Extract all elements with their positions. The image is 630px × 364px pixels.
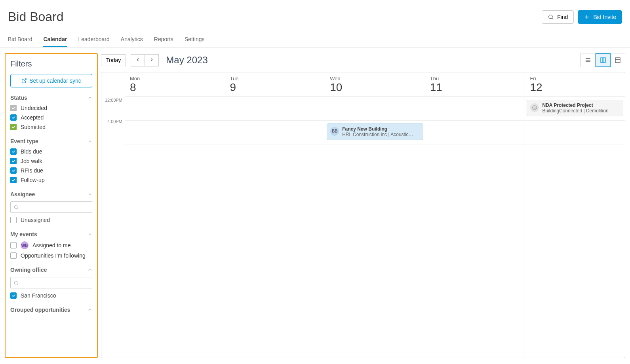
- filter-section-owning-office[interactable]: Owning office: [10, 267, 92, 273]
- following-label: Opportunities I'm following: [21, 252, 86, 259]
- tab-analytics[interactable]: Analytics: [121, 32, 143, 47]
- event-title: Fancy New Building: [342, 126, 420, 132]
- filters-title: Filters: [10, 59, 92, 68]
- checkbox-san-francisco[interactable]: San Francisco: [10, 292, 92, 299]
- day-name: Fri: [530, 76, 620, 82]
- checkbox-bids-due[interactable]: Bids due: [10, 148, 92, 155]
- checkbox-opportunities-following[interactable]: Opportunities I'm following: [10, 252, 92, 259]
- day-num: 8: [130, 82, 220, 94]
- status-label: Accepted: [21, 114, 44, 121]
- assigned-to-me-label: Assigned to me: [32, 242, 71, 248]
- chevron-right-icon: [149, 57, 154, 63]
- page-title: Bid Board: [8, 9, 64, 24]
- svg-rect-3: [601, 58, 605, 63]
- search-icon: [13, 280, 19, 285]
- svg-point-2: [14, 281, 17, 284]
- filters-panel: Filters Set up calendar sync Status Unde…: [5, 53, 98, 358]
- day-name: Thu: [430, 76, 520, 82]
- avatar: WB: [21, 241, 29, 249]
- day-col-tue[interactable]: Tue 9: [225, 72, 325, 358]
- filter-section-assignee[interactable]: Assignee: [10, 191, 92, 197]
- plus-icon: [584, 14, 590, 20]
- chevron-up-icon: [88, 95, 92, 100]
- grouped-title: Grouped opportunities: [10, 307, 70, 313]
- filter-section-my-events[interactable]: My events: [10, 231, 92, 237]
- status-label: Undecided: [21, 105, 47, 111]
- my-events-title: My events: [10, 231, 37, 237]
- time-label: 12:00PM: [101, 98, 125, 119]
- event-type-label: Job walk: [21, 158, 42, 164]
- day-name: Mon: [130, 76, 220, 82]
- status-title: Status: [10, 95, 27, 101]
- checkbox-submitted[interactable]: Submitted: [10, 124, 92, 130]
- day-num: 12: [530, 82, 620, 94]
- tab-leaderboard[interactable]: Leaderboard: [78, 32, 109, 47]
- event-subtitle: BuildingConnected | Demolition: [542, 108, 620, 114]
- event-subtitle: HRL Construction inc | Acoustic…: [342, 132, 420, 137]
- day-num: 11: [430, 82, 520, 94]
- next-button[interactable]: [145, 54, 159, 66]
- tab-settings[interactable]: Settings: [185, 32, 205, 47]
- chevron-up-icon: [88, 139, 92, 144]
- event-type-label: RFIs due: [21, 167, 43, 174]
- day-col-wed[interactable]: Wed 10 BB Fancy New Building HRL Constru…: [325, 72, 425, 358]
- checkbox-job-walk[interactable]: Job walk: [10, 158, 92, 164]
- event-title: NDA Protected Project: [542, 102, 620, 108]
- filter-section-event-type[interactable]: Event type: [10, 138, 92, 144]
- bid-invite-button[interactable]: Bid Invite: [578, 10, 622, 24]
- tab-bar: Bid Board Calendar Leaderboard Analytics…: [0, 32, 630, 47]
- chevron-up-icon: [88, 192, 92, 197]
- find-button[interactable]: Find: [542, 10, 574, 24]
- assignee-title: Assignee: [10, 191, 35, 197]
- lock-icon: [530, 103, 539, 112]
- event-nda-protected[interactable]: NDA Protected Project BuildingConnected …: [527, 100, 623, 116]
- chevron-up-icon: [88, 307, 92, 312]
- event-fancy-new-building[interactable]: BB Fancy New Building HRL Construction i…: [327, 123, 423, 140]
- tab-reports[interactable]: Reports: [154, 32, 173, 47]
- chevron-up-icon: [88, 267, 92, 272]
- unassigned-label: Unassigned: [21, 217, 50, 223]
- time-column: 12:00PM 4:00PM: [101, 72, 125, 358]
- filter-section-grouped[interactable]: Grouped opportunities: [10, 307, 92, 313]
- svg-point-5: [533, 106, 537, 110]
- checkbox-unassigned[interactable]: Unassigned: [10, 217, 92, 223]
- view-day-button[interactable]: [611, 53, 625, 67]
- filter-section-status[interactable]: Status: [10, 95, 92, 101]
- checkbox-assigned-to-me[interactable]: WB Assigned to me: [10, 241, 92, 249]
- search-icon: [548, 14, 554, 20]
- checkbox-accepted[interactable]: Accepted: [10, 114, 92, 121]
- day-col-thu[interactable]: Thu 11: [425, 72, 525, 358]
- day-num: 10: [330, 82, 420, 94]
- chevron-left-icon: [135, 57, 141, 63]
- day-name: Tue: [230, 76, 320, 82]
- checkbox-follow-up[interactable]: Follow-up: [10, 177, 92, 183]
- chevron-up-icon: [88, 232, 92, 237]
- event-type-label: Follow-up: [21, 177, 45, 183]
- external-link-icon: [21, 78, 27, 83]
- event-type-title: Event type: [10, 138, 38, 144]
- bid-invite-label: Bid Invite: [593, 14, 616, 20]
- event-type-label: Bids due: [21, 148, 42, 155]
- view-list-button[interactable]: [581, 53, 596, 67]
- svg-point-1: [14, 205, 17, 209]
- view-week-button[interactable]: [596, 53, 611, 67]
- owning-office-title: Owning office: [10, 267, 47, 273]
- today-button[interactable]: Today: [101, 54, 126, 66]
- day-icon: [615, 57, 621, 63]
- tab-calendar[interactable]: Calendar: [43, 32, 67, 47]
- checkbox-rfis-due[interactable]: RFIs due: [10, 167, 92, 174]
- time-label: 4:00PM: [101, 119, 125, 143]
- svg-rect-4: [615, 58, 620, 63]
- setup-calendar-sync-button[interactable]: Set up calendar sync: [10, 74, 92, 87]
- day-col-mon[interactable]: Mon 8: [125, 72, 225, 358]
- owning-office-search-input[interactable]: [10, 277, 92, 288]
- search-icon: [13, 205, 19, 210]
- day-col-fri[interactable]: Fri 12 NDA Protected Projec: [525, 72, 625, 358]
- event-avatar: BB: [330, 127, 339, 136]
- prev-button[interactable]: [131, 54, 145, 66]
- tab-bid-board[interactable]: Bid Board: [8, 32, 32, 47]
- assignee-search-input[interactable]: [10, 201, 92, 213]
- svg-point-6: [534, 107, 536, 108]
- office-label: San Francisco: [21, 292, 56, 299]
- checkbox-undecided[interactable]: Undecided: [10, 105, 92, 111]
